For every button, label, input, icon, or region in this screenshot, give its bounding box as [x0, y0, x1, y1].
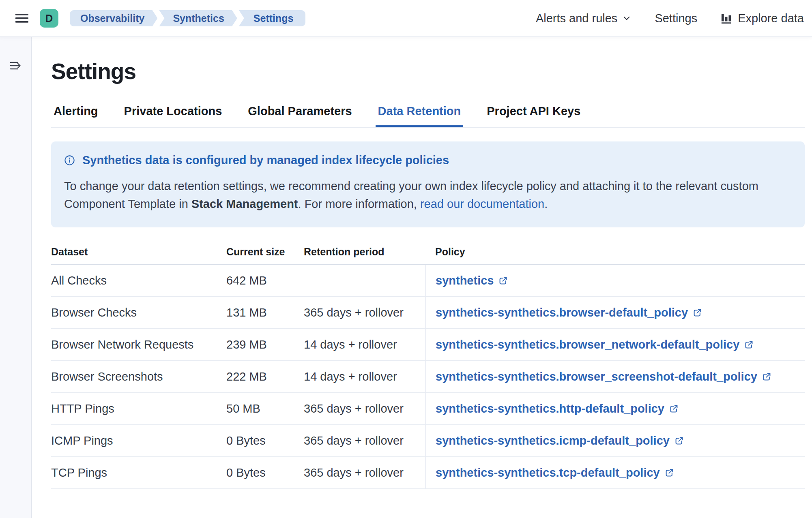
column-header-retention-period: Retention period [304, 246, 425, 265]
expand-sidebar-button[interactable] [7, 57, 25, 75]
bar-chart-icon [721, 12, 733, 24]
ilm-callout: Synthetics data is configured by managed… [51, 141, 805, 227]
policy-link-label: synthetics [436, 274, 494, 287]
policy-link-label: synthetics-synthetics.browser_screenshot… [436, 370, 757, 383]
external-link-icon [665, 468, 674, 477]
explore-data-label: Explore data [738, 12, 804, 25]
dataset-cell: Browser Checks [51, 297, 226, 329]
table-row: Browser Network Requests 239 MB 14 days … [51, 329, 805, 361]
tab-data-retention[interactable]: Data Retention [376, 105, 464, 127]
breadcrumb-synthetics[interactable]: Synthetics [159, 10, 237, 26]
retention-cell: 365 days + rollover [304, 457, 425, 489]
chevron-down-icon [622, 14, 631, 23]
header-actions: Alerts and rules Settings [536, 12, 804, 25]
app-screen: D Observability Synthetics Settings Aler… [0, 0, 812, 518]
retention-cell: 365 days + rollover [304, 297, 425, 329]
settings-tabs: Alerting Private Locations Global Parame… [51, 105, 805, 128]
policy-link[interactable]: synthetics-synthetics.browser-default_po… [436, 306, 702, 319]
callout-bold-text: Stack Management [191, 197, 298, 210]
retention-cell: 14 days + rollover [304, 361, 425, 393]
external-link-icon [762, 372, 771, 381]
callout-title-row: Synthetics data is configured by managed… [64, 154, 791, 167]
policy-link[interactable]: synthetics-synthetics.browser_network-de… [436, 338, 754, 351]
dataset-cell: Browser Screenshots [51, 361, 226, 393]
policy-link-label: synthetics-synthetics.icmp-default_polic… [436, 434, 670, 447]
avatar[interactable]: D [40, 9, 58, 28]
table-row: TCP Pings 0 Bytes 365 days + rollover sy… [51, 457, 805, 489]
external-link-icon [744, 340, 754, 349]
size-cell: 131 MB [226, 297, 304, 329]
info-icon [64, 155, 75, 166]
settings-link-label: Settings [655, 12, 697, 25]
policy-link-label: synthetics-synthetics.tcp-default_policy [436, 466, 660, 479]
retention-cell: 365 days + rollover [304, 393, 425, 425]
tab-private-locations[interactable]: Private Locations [122, 105, 225, 127]
policy-link[interactable]: synthetics-synthetics.browser_screenshot… [436, 370, 771, 383]
alerts-and-rules-menu[interactable]: Alerts and rules [536, 12, 632, 25]
breadcrumb-observability[interactable]: Observability [70, 10, 157, 26]
app-body: Settings Alerting Private Locations Glob… [0, 36, 812, 518]
table-header-row: Dataset Current size Retention period Po… [51, 246, 805, 265]
policy-link-label: synthetics-synthetics.browser_network-de… [436, 338, 739, 351]
table-row: Browser Screenshots 222 MB 14 days + rol… [51, 361, 805, 393]
size-cell: 239 MB [226, 329, 304, 361]
tab-global-parameters[interactable]: Global Parameters [245, 105, 354, 127]
callout-title: Synthetics data is configured by managed… [82, 154, 449, 167]
retention-cell: 365 days + rollover [304, 425, 425, 457]
table-row: Browser Checks 131 MB 365 days + rollove… [51, 297, 805, 329]
table-row: HTTP Pings 50 MB 365 days + rollover syn… [51, 393, 805, 425]
policy-link-label: synthetics-synthetics.http-default_polic… [436, 402, 664, 415]
callout-body: To change your data retention settings, … [64, 178, 791, 213]
policy-link[interactable]: synthetics-synthetics.http-default_polic… [436, 402, 679, 415]
table-row: ICMP Pings 0 Bytes 365 days + rollover s… [51, 425, 805, 457]
size-cell: 642 MB [226, 265, 304, 297]
main-menu-button[interactable] [11, 8, 32, 29]
size-cell: 0 Bytes [226, 425, 304, 457]
external-link-icon [675, 436, 684, 445]
external-link-icon [498, 276, 508, 285]
tab-alerting[interactable]: Alerting [51, 105, 101, 127]
hamburger-icon [15, 12, 29, 24]
policy-link[interactable]: synthetics [436, 274, 508, 287]
data-retention-table: Dataset Current size Retention period Po… [51, 246, 805, 489]
policy-link[interactable]: synthetics-synthetics.tcp-default_policy [436, 466, 674, 479]
main-content: Settings Alerting Private Locations Glob… [32, 36, 812, 518]
size-cell: 222 MB [226, 361, 304, 393]
size-cell: 50 MB [226, 393, 304, 425]
dataset-cell: HTTP Pings [51, 393, 226, 425]
table-row: All Checks 642 MB synthetics [51, 265, 805, 297]
column-header-policy: Policy [425, 246, 805, 265]
column-header-dataset: Dataset [51, 246, 226, 265]
dataset-cell: TCP Pings [51, 457, 226, 489]
top-header: D Observability Synthetics Settings Aler… [0, 0, 812, 36]
documentation-link[interactable]: read our documentation [420, 197, 544, 210]
policy-link[interactable]: synthetics-synthetics.icmp-default_polic… [436, 434, 684, 447]
size-cell: 0 Bytes [226, 457, 304, 489]
dataset-cell: All Checks [51, 265, 226, 297]
menu-right-icon [9, 60, 23, 72]
callout-text-3: . [544, 197, 548, 210]
callout-text-2: . For more information, [298, 197, 420, 210]
column-header-current-size: Current size [226, 246, 304, 265]
policy-link-label: synthetics-synthetics.browser-default_po… [436, 306, 688, 319]
retention-cell [304, 265, 425, 297]
tab-project-api-keys[interactable]: Project API Keys [484, 105, 583, 127]
external-link-icon [669, 404, 679, 413]
dataset-cell: Browser Network Requests [51, 329, 226, 361]
page-title: Settings [51, 58, 805, 84]
dataset-cell: ICMP Pings [51, 425, 226, 457]
retention-cell: 14 days + rollover [304, 329, 425, 361]
explore-data-link[interactable]: Explore data [721, 12, 804, 25]
settings-link[interactable]: Settings [655, 12, 697, 25]
external-link-icon [693, 308, 702, 317]
collapsed-sidebar [0, 36, 32, 518]
alerts-and-rules-label: Alerts and rules [536, 12, 618, 25]
breadcrumb-settings[interactable]: Settings [239, 10, 306, 26]
breadcrumb: Observability Synthetics Settings [70, 10, 305, 26]
